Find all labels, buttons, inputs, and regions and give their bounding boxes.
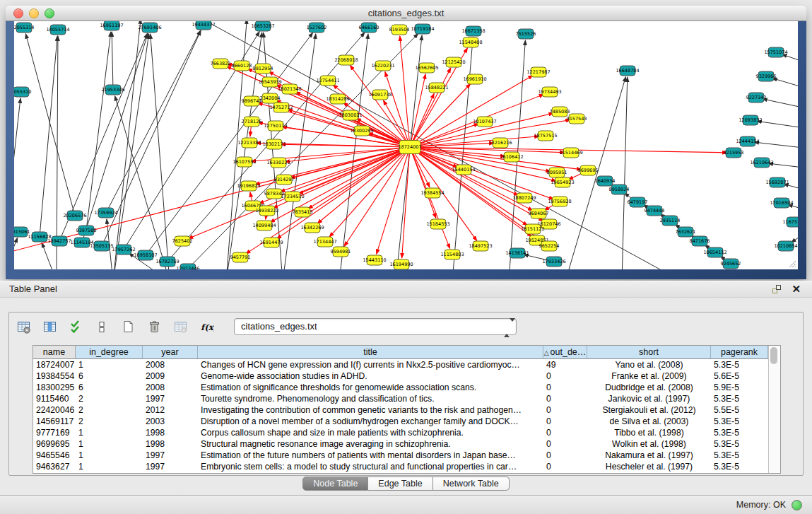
table-cell[interactable]: Nakamura et al. (1997) [587, 450, 711, 461]
table-cell[interactable]: Franke et al. (2009) [587, 370, 711, 382]
canvas-resize-grip[interactable] [787, 258, 796, 268]
close-panel-icon[interactable]: ✕ [792, 281, 801, 297]
table-cell[interactable]: 1997 [143, 393, 198, 404]
table-cell[interactable]: Embryonic stem cells: a model to study s… [198, 461, 543, 472]
table-cell[interactable]: 2003 [143, 416, 198, 427]
create-column-icon[interactable] [119, 318, 136, 335]
table-cell[interactable]: 19384554 [33, 370, 76, 382]
table-cell[interactable]: 5.3E-5 [711, 461, 768, 472]
memory-status-icon[interactable] [792, 500, 802, 510]
table-cell[interactable]: 5.3E-5 [711, 450, 768, 461]
column-header-year[interactable]: year [143, 346, 198, 358]
table-cell[interactable]: 9115460 [33, 393, 76, 404]
table-cell[interactable]: 5.3E-5 [711, 416, 768, 427]
show-columns-icon[interactable] [41, 318, 58, 335]
table-cell[interactable]: Genome-wide association studies in ADHD. [198, 370, 543, 382]
table-scrollbar-thumb[interactable] [770, 347, 777, 364]
network-canvas[interactable]: 2055314140557141695119727691406194343771… [14, 21, 798, 269]
float-panel-icon[interactable] [771, 284, 782, 295]
rows-icon[interactable] [93, 318, 110, 335]
table-cell[interactable]: 1 [76, 359, 143, 370]
network-table-select[interactable]: citations_edges.txt [234, 318, 517, 335]
table-cell[interactable]: 1 [76, 427, 143, 438]
table-row[interactable]: 977716911998Corpus callosum shape and si… [33, 427, 768, 438]
table-cell[interactable]: 9777169 [33, 427, 76, 438]
table-row[interactable]: 969969511998Structural magnetic resonanc… [33, 438, 768, 450]
minimize-window-button[interactable] [29, 8, 39, 18]
network-graph[interactable]: 2055314140557141695119727691406194343771… [14, 21, 798, 269]
delete-column-icon[interactable] [146, 318, 163, 335]
column-header-short[interactable]: short [587, 346, 711, 358]
table-cell[interactable]: 49 [543, 359, 587, 370]
table-cell[interactable]: Estimation of the future numbers of pati… [198, 450, 543, 461]
table-cell[interactable]: 9465546 [33, 450, 76, 461]
table-scrollbar[interactable] [768, 346, 779, 473]
table-cell[interactable]: 1998 [143, 438, 198, 450]
table-cell[interactable]: 1 [76, 438, 143, 450]
column-header-title[interactable]: title [198, 346, 543, 358]
close-window-button[interactable] [13, 8, 23, 18]
column-header-out-de-[interactable]: △out_de… [543, 346, 587, 358]
table-cell[interactable]: 5.6E-5 [711, 370, 768, 382]
table-cell[interactable]: Investigating the contribution of common… [198, 404, 543, 416]
table-cell[interactable]: 18300295 [33, 382, 76, 393]
table-cell[interactable]: Hescheler et al. (1997) [587, 461, 711, 472]
table-row[interactable]: 1456911722003Disruption of a novel membe… [33, 416, 768, 427]
table-cell[interactable]: 0 [543, 416, 587, 427]
tab-network-table[interactable]: Network Table [433, 477, 510, 491]
table-cell[interactable]: de Silva et al. (2003) [587, 416, 711, 427]
table-cell[interactable]: 0 [543, 404, 587, 416]
table-cell[interactable]: Wolkin et al. (1998) [587, 438, 711, 450]
table-cell[interactable]: Structural magnetic resonance image aver… [198, 438, 543, 450]
table-cell[interactable]: 2008 [143, 359, 198, 370]
table-cell[interactable]: 5.3E-5 [711, 393, 768, 404]
table-cell[interactable]: 1 [76, 461, 143, 472]
table-cell[interactable]: 2009 [143, 370, 198, 382]
column-header-name[interactable]: name [33, 346, 76, 358]
table-cell[interactable]: 0 [543, 450, 587, 461]
table-cell[interactable]: 2 [76, 404, 143, 416]
zoom-window-button[interactable] [45, 8, 54, 18]
table-cell[interactable]: 5.3E-5 [711, 359, 768, 370]
table-cell[interactable]: Disruption of a novel member of a sodium… [198, 416, 543, 427]
select-all-icon[interactable] [67, 318, 84, 335]
column-header-in-degree[interactable]: in_degree [76, 346, 143, 358]
table-cell[interactable]: 1 [76, 450, 143, 461]
table-cell[interactable]: 0 [543, 427, 587, 438]
table-cell[interactable]: Dudbridge et al. (2008) [587, 382, 711, 393]
table-cell[interactable]: 6 [76, 382, 143, 393]
table-cell[interactable]: 0 [543, 393, 587, 404]
table-cell[interactable]: Changes of HCN gene expression and I(f) … [198, 359, 543, 370]
table-row[interactable]: 946362711997Embryonic stem cells: a mode… [33, 461, 768, 472]
table-cell[interactable]: 5.3E-5 [711, 427, 768, 438]
table-cell[interactable]: 5.5E-5 [711, 404, 768, 416]
table-row[interactable]: 1872400712008Changes of HCN gene express… [33, 359, 768, 370]
table-cell[interactable]: Tibbo et al. (1998) [587, 427, 711, 438]
table-row[interactable]: 911546021997Tourette syndrome. Phenomeno… [33, 393, 768, 404]
table-cell[interactable]: Tourette syndrome. Phenomenology and cla… [198, 393, 543, 404]
table-cell[interactable]: 0 [543, 438, 587, 450]
table-cell[interactable]: 0 [543, 382, 587, 393]
table-cell[interactable]: 0 [543, 461, 587, 472]
table-cell[interactable]: Estimation of significance thresholds fo… [198, 382, 543, 393]
table-cell[interactable]: Stergiakouli et al. (2012) [587, 404, 711, 416]
table-row[interactable]: 946554611997Estimation of the future num… [33, 450, 768, 461]
table-cell[interactable]: 9699695 [33, 438, 76, 450]
table-cell[interactable]: 2 [76, 393, 143, 404]
tab-edge-table[interactable]: Edge Table [368, 477, 433, 491]
table-cell[interactable]: Corpus callosum shape and size in male p… [198, 427, 543, 438]
table-row[interactable]: 2242004622012Investigating the contribut… [33, 404, 768, 416]
table-options-icon[interactable] [15, 318, 32, 335]
table-cell[interactable]: 5.9E-5 [711, 382, 768, 393]
table-cell[interactable]: 6 [76, 370, 143, 382]
table-cell[interactable]: 22420046 [33, 404, 76, 416]
table-cell[interactable]: Yano et al. (2008) [587, 359, 711, 370]
network-window-titlebar[interactable]: citations_edges.txt [6, 6, 806, 21]
table-cell[interactable]: 1998 [143, 427, 198, 438]
table-cell[interactable]: Jankovic et al. (1997) [587, 393, 711, 404]
table-cell[interactable]: 1997 [143, 461, 198, 472]
table-cell[interactable]: 0 [543, 370, 587, 382]
table-cell[interactable]: 18724007 [33, 359, 76, 370]
table-cell[interactable]: 14569117 [33, 416, 76, 427]
table-cell[interactable]: 5.3E-5 [711, 438, 768, 450]
